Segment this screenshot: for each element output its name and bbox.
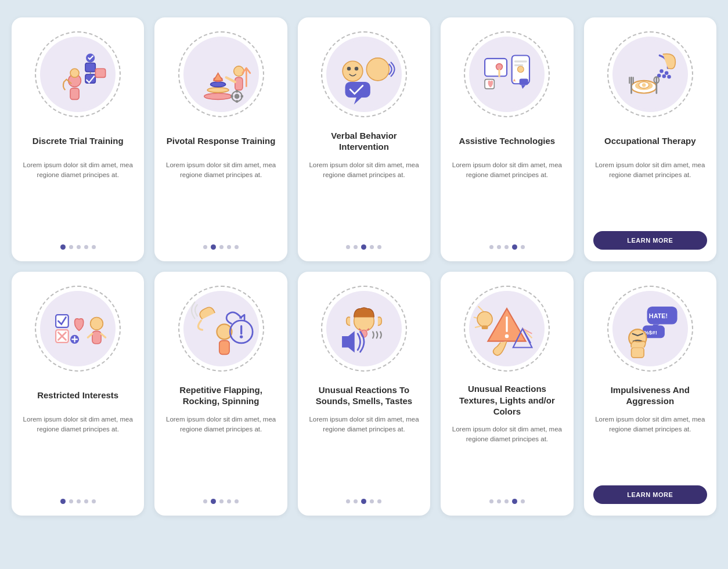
svg-rect-24 <box>240 95 243 98</box>
card-discrete-trial: Discrete Trial Training Lorem ipsum dolo… <box>12 17 144 261</box>
card-unusual-sounds: Unusual Reactions To Sounds, Smells, Tas… <box>298 272 430 516</box>
svg-point-16 <box>233 66 243 76</box>
svg-point-41 <box>518 66 524 73</box>
dot-5 <box>521 245 525 249</box>
learn-more-button-impulsiveness[interactable]: LEARN MORE <box>593 485 707 504</box>
card-verbal-behavior: Verbal Behavior Intervention Lorem ipsum… <box>298 17 430 261</box>
svg-point-29 <box>355 67 359 71</box>
svg-point-45 <box>615 39 684 109</box>
dot-4 <box>512 499 517 504</box>
svg-point-3 <box>70 69 79 77</box>
dot-1 <box>60 499 66 504</box>
dot-5 <box>92 245 96 249</box>
svg-point-20 <box>234 94 239 99</box>
dot-4 <box>84 499 88 503</box>
card-icon-unusual-textures <box>460 282 553 375</box>
card-dots-unusual-textures <box>489 499 525 504</box>
card-title-restricted-interests: Restricted Interests <box>37 383 118 408</box>
card-dots-unusual-sounds <box>346 499 381 504</box>
dot-3 <box>77 499 81 503</box>
dot-2 <box>354 499 358 503</box>
svg-rect-23 <box>230 95 233 98</box>
dot-3 <box>504 499 509 503</box>
dot-1 <box>346 499 350 503</box>
card-body-repetitive-flapping: Lorem ipsum dolor sit dim amet, mea regi… <box>164 415 277 492</box>
svg-rect-4 <box>85 63 95 72</box>
card-impulsiveness: HATE! %$#! <box>584 272 716 516</box>
dot-4 <box>370 245 374 249</box>
card-body-discrete-trial: Lorem ipsum dolor sit dim amet, mea regi… <box>21 160 135 237</box>
dot-3 <box>219 499 224 503</box>
card-title-assistive-tech: Assistive Technologies <box>459 129 556 153</box>
dot-5 <box>521 499 525 503</box>
dot-3 <box>361 499 366 504</box>
svg-point-27 <box>343 61 363 81</box>
card-restricted-interests: Restricted Interests Lorem ipsum dolor s… <box>12 272 144 516</box>
card-dots-assistive-tech <box>489 244 525 250</box>
svg-point-30 <box>366 58 389 81</box>
learn-more-button-occupational[interactable]: LEARN MORE <box>593 231 707 250</box>
dot-5 <box>377 245 381 249</box>
dot-3 <box>361 244 366 250</box>
card-body-unusual-textures: Lorem ipsum dolor sit dim amet, mea regi… <box>450 424 564 492</box>
card-title-discrete-trial: Discrete Trial Training <box>33 129 124 153</box>
dot-1 <box>203 499 207 503</box>
svg-rect-22 <box>236 100 238 102</box>
svg-rect-6 <box>96 69 106 77</box>
card-title-unusual-sounds: Unusual Reactions To Sounds, Smells, Tas… <box>307 383 421 408</box>
card-body-restricted-interests: Lorem ipsum dolor sit dim amet, mea regi… <box>21 415 135 492</box>
svg-rect-69 <box>92 331 101 344</box>
card-grid-row2: Restricted Interests Lorem ipsum dolor s… <box>12 272 716 516</box>
dot-4 <box>512 244 517 250</box>
svg-point-35 <box>496 64 503 70</box>
svg-point-46 <box>659 69 664 73</box>
dot-1 <box>346 245 350 249</box>
card-dots-restricted-interests <box>60 499 96 504</box>
dot-2 <box>354 245 358 249</box>
card-icon-restricted-interests <box>31 282 124 375</box>
card-title-verbal-behavior: Verbal Behavior Intervention <box>307 129 421 153</box>
dot-2 <box>497 245 501 249</box>
card-title-repetitive-flapping: Repetitive Flapping, Rocking, Spinning <box>164 383 277 408</box>
dot-5 <box>235 499 239 503</box>
card-body-impulsiveness: Lorem ipsum dolor sit dim amet, mea regi… <box>593 415 707 474</box>
svg-point-77 <box>240 335 243 338</box>
card-icon-impulsiveness: HATE! %$#! <box>604 282 697 375</box>
svg-point-85 <box>505 334 509 338</box>
svg-point-50 <box>667 75 671 79</box>
svg-point-89 <box>477 312 492 327</box>
dot-1 <box>203 245 207 249</box>
svg-text:HATE!: HATE! <box>649 312 668 319</box>
card-icon-assistive-tech <box>460 28 553 121</box>
svg-point-13 <box>210 82 225 87</box>
dot-3 <box>504 245 509 249</box>
dot-2 <box>69 245 73 249</box>
card-title-unusual-textures: Unusual Reactions Textures, Lights and/o… <box>450 383 564 417</box>
svg-rect-40 <box>514 64 523 66</box>
card-dots-discrete-trial <box>60 244 96 250</box>
svg-point-48 <box>662 74 666 78</box>
card-icon-verbal-behavior <box>318 28 410 121</box>
svg-point-12 <box>207 88 229 93</box>
card-body-occupational-therapy: Lorem ipsum dolor sit dim amet, mea regi… <box>593 160 707 219</box>
card-dots-verbal-behavior <box>346 244 381 250</box>
svg-rect-90 <box>482 326 488 330</box>
dot-4 <box>227 245 231 249</box>
svg-rect-17 <box>235 77 242 90</box>
card-dots-pivotal-response <box>203 244 239 250</box>
dot-1 <box>489 499 493 503</box>
svg-point-59 <box>642 83 646 87</box>
svg-point-47 <box>665 71 669 75</box>
card-occupational-therapy: Occupational Therapy Lorem ipsum dolor s… <box>584 17 716 261</box>
card-icon-discrete-trial <box>31 28 124 121</box>
dot-5 <box>235 245 239 249</box>
svg-point-28 <box>347 67 351 71</box>
dot-3 <box>219 245 224 249</box>
svg-point-11 <box>204 93 232 100</box>
dot-4 <box>370 499 374 503</box>
dot-4 <box>84 245 88 249</box>
dot-2 <box>211 499 216 504</box>
card-body-unusual-sounds: Lorem ipsum dolor sit dim amet, mea regi… <box>307 415 421 492</box>
svg-rect-2 <box>70 88 79 100</box>
card-icon-unusual-sounds <box>318 282 410 375</box>
